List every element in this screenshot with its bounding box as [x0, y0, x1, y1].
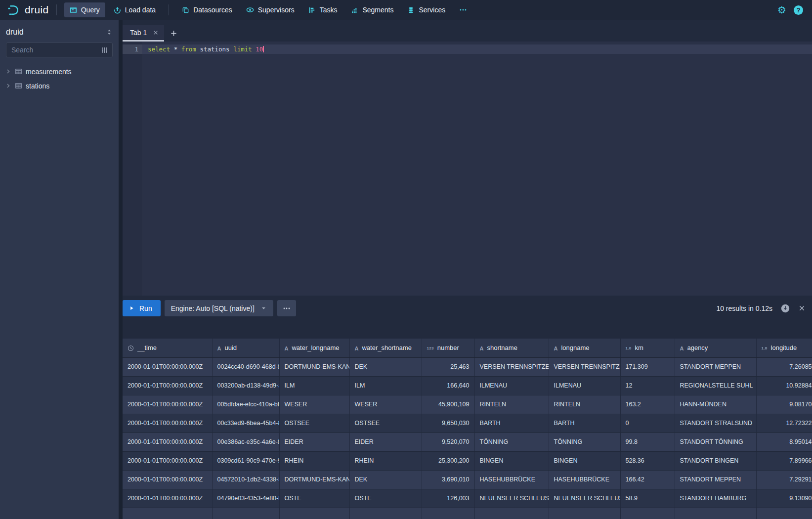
table-cell[interactable]: STANDORT TÖNNING [675, 432, 756, 451]
run-button[interactable]: Run [123, 300, 161, 316]
table-cell[interactable] [549, 508, 620, 519]
column-header-uuid[interactable]: Auuid [212, 339, 279, 357]
table-cell[interactable]: VERSEN TRENNSPITZE [549, 357, 620, 376]
table-cell[interactable]: DORTMUND-EMS-KANA [279, 470, 349, 489]
query-more-button[interactable] [277, 300, 296, 316]
table-cell[interactable]: BINGEN [474, 451, 549, 470]
table-cell[interactable]: 2000-01-01T00:00:00.000Z [123, 414, 212, 432]
table-cell[interactable] [675, 508, 756, 519]
table-cell[interactable]: DEK [349, 357, 422, 376]
table-cell[interactable]: NEUENSEER SCHLEUSEN [549, 489, 620, 508]
chevron-right-icon[interactable] [5, 68, 11, 75]
table-cell[interactable]: 2000-01-01T00:00:00.000Z [123, 357, 212, 376]
table-cell[interactable]: STANDORT STRALSUND [675, 414, 756, 432]
table-cell[interactable]: STANDORT MEPPEN [675, 357, 756, 376]
table-cell[interactable]: 45,900,109 [422, 395, 474, 414]
table-cell[interactable]: 12.723226 [756, 414, 812, 432]
table-cell[interactable]: OSTE [349, 489, 422, 508]
table-cell[interactable]: 04572010-1db2-4338-85 [212, 470, 279, 489]
table-cell[interactable]: STANDORT BINGEN [675, 451, 756, 470]
table-cell[interactable]: ILM [279, 376, 349, 395]
nav-item-supervisors[interactable]: Supervisors [241, 2, 300, 17]
table-cell[interactable]: 0309cd61-90c9-470e-99 [212, 451, 279, 470]
table-cell[interactable]: 7.899667 [756, 451, 812, 470]
column-header-water_shortname[interactable]: Awater_shortname [349, 339, 422, 357]
tab-query-1[interactable]: Tab 1 [123, 25, 164, 42]
table-cell[interactable]: 25,300,200 [422, 451, 474, 470]
table-cell[interactable]: 126,003 [422, 489, 474, 508]
add-tab-button[interactable] [164, 25, 183, 42]
table-cell[interactable] [279, 508, 349, 519]
column-header-longname[interactable]: Alongname [549, 339, 620, 357]
table-cell[interactable]: 99.8 [620, 432, 675, 451]
table-cell[interactable]: WESER [349, 395, 422, 414]
table-cell[interactable]: TÖNNING [474, 432, 549, 451]
table-cell[interactable]: RINTELN [474, 395, 549, 414]
table-cell[interactable]: 2000-01-01T00:00:00.000Z [123, 432, 212, 451]
column-header-longitude[interactable]: 1.0longitude [756, 339, 812, 357]
table-cell[interactable]: 005dfdae-efcc-410a-bf1 [212, 395, 279, 414]
table-cell[interactable] [349, 508, 422, 519]
table-cell[interactable]: RHEIN [279, 451, 349, 470]
search-input[interactable] [10, 45, 101, 54]
table-cell[interactable] [422, 508, 474, 519]
table-cell[interactable]: DEK [349, 470, 422, 489]
column-header-water_longname[interactable]: Awater_longname [279, 339, 349, 357]
column-header-__time[interactable]: __time [123, 339, 212, 357]
table-cell[interactable]: 2000-01-01T00:00:00.000Z [123, 376, 212, 395]
close-results-icon[interactable] [798, 304, 806, 312]
table-cell[interactable]: 3,690,010 [422, 470, 474, 489]
table-cell[interactable]: 00e386ac-e35c-4a6e-80 [212, 432, 279, 451]
column-header-number[interactable]: 123number [422, 339, 474, 357]
nav-item-datasources[interactable]: Datasources [176, 2, 238, 17]
nav-item-query[interactable]: Query [64, 2, 105, 17]
table-cell[interactable]: ILM [349, 376, 422, 395]
table-cell[interactable]: 2000-01-01T00:00:00.000Z [123, 489, 212, 508]
sql-editor[interactable]: 1 select * from stations limit 10 [123, 42, 812, 296]
table-cell[interactable]: STANDORT MEPPEN [675, 470, 756, 489]
table-cell[interactable] [123, 508, 212, 519]
table-cell[interactable] [474, 508, 549, 519]
table-cell[interactable]: EIDER [279, 432, 349, 451]
table-cell[interactable]: 9,520,070 [422, 432, 474, 451]
table-cell[interactable]: 9.130902 [756, 489, 812, 508]
table-cell[interactable] [620, 508, 675, 519]
table-cell[interactable]: 00c33ed9-6bea-45b4-87 [212, 414, 279, 432]
table-cell[interactable]: BINGEN [549, 451, 620, 470]
double-caret-vertical-icon[interactable] [106, 29, 113, 36]
table-cell[interactable]: OSTSEE [279, 414, 349, 432]
table-cell[interactable]: TÖNNING [549, 432, 620, 451]
table-cell[interactable]: 9,650,030 [422, 414, 474, 432]
nav-item-services[interactable]: Services [402, 2, 451, 17]
table-cell[interactable]: 2000-01-01T00:00:00.000Z [123, 470, 212, 489]
table-cell[interactable]: OSTSEE [349, 414, 422, 432]
editor-code[interactable]: select * from stations limit 10 [142, 42, 812, 296]
table-cell[interactable]: 166.42 [620, 470, 675, 489]
close-icon[interactable] [153, 30, 159, 36]
gear-icon[interactable]: ⚙ [777, 5, 786, 15]
table-cell[interactable]: 2000-01-01T00:00:00.000Z [123, 451, 212, 470]
table-cell[interactable]: 58.9 [620, 489, 675, 508]
table-cell[interactable]: EIDER [349, 432, 422, 451]
table-cell[interactable]: 003200ab-d138-49d9-aa [212, 376, 279, 395]
table-cell[interactable]: 528.36 [620, 451, 675, 470]
table-cell[interactable]: BARTH [474, 414, 549, 432]
nav-item-load-data[interactable]: Load data [108, 2, 161, 17]
table-cell[interactable]: RHEIN [349, 451, 422, 470]
table-cell[interactable]: HANN-MÜNDEN [675, 395, 756, 414]
table-cell[interactable]: BARTH [549, 414, 620, 432]
table-cell[interactable]: RINTELN [549, 395, 620, 414]
table-cell[interactable]: 163.2 [620, 395, 675, 414]
table-cell[interactable]: 9.081704 [756, 395, 812, 414]
brand[interactable]: druid [7, 3, 49, 17]
schema-header[interactable]: druid [0, 20, 119, 43]
column-header-agency[interactable]: Aagency [675, 339, 756, 357]
table-cell[interactable]: 0 [620, 414, 675, 432]
table-cell[interactable]: OSTE [279, 489, 349, 508]
table-cell[interactable]: REGIONALSTELLE SUHL [675, 376, 756, 395]
column-header-km[interactable]: 1.0km [620, 339, 675, 357]
table-cell[interactable]: 25,463 [422, 357, 474, 376]
table-cell[interactable]: HASEHUBBRÜCKE [549, 470, 620, 489]
column-header-shortname[interactable]: Ashortname [474, 339, 549, 357]
table-cell[interactable]: WESER [279, 395, 349, 414]
